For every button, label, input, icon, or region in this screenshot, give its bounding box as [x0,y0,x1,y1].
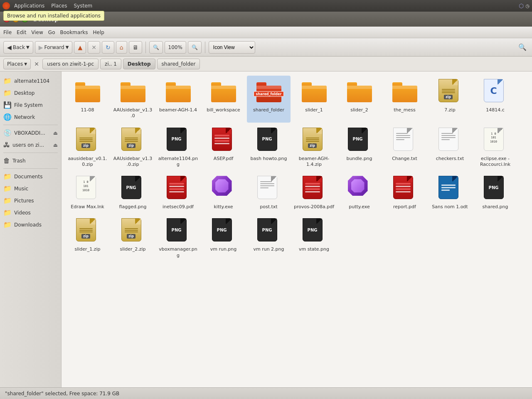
sidebar-item-network[interactable]: 🌐 Network [0,111,61,123]
reload-button[interactable]: ↻ [102,41,114,54]
sidebar-item-desktop[interactable]: 📁 Desktop [0,87,61,99]
file-item-beamer[interactable]: beamer-AGH-1.4 [156,76,200,123]
file-item-edrawlnk[interactable]: 1 01011010 Edraw Max.lnk [66,172,109,213]
sidebar-item-documents[interactable]: 📁 Documents [0,170,61,182]
view-select[interactable]: Icon View List View Compact View [209,41,255,54]
sidebar-item-videos[interactable]: 📁 Videos [0,207,61,219]
sidebar-item-alternate1104[interactable]: 📁 alternate1104 [0,75,61,87]
search-button[interactable]: 🔍 [516,41,529,54]
file-item-vboxmanagerpng[interactable]: PNG vboxmanager.png [156,215,200,262]
sidebar-item-vboxaddi[interactable]: 💿 VBOXADDI... ⏏ [0,127,61,139]
stop-button[interactable]: ✕ [88,41,100,54]
file-item-slider1[interactable]: slider_1 [292,76,336,123]
up-arrow-icon: ▲ [78,44,82,51]
forward-label: Forward [44,44,64,50]
file-item-aausidebar-zip[interactable]: zip aausidebar_v0.1.0.zip [66,124,109,171]
usb-icon: 💿 [3,129,12,137]
eject-button[interactable]: ⏏ [53,130,58,136]
file-item-eclipseldk[interactable]: 1 01011010 eclipse.exe - Raccourci.lnk [473,124,517,171]
sidebar-item-filesystem[interactable]: 💾 File System [0,99,61,111]
zoom-out-button[interactable]: 🔍 [149,41,163,54]
menu-view[interactable]: View [31,30,43,35]
file-item-sharedpng[interactable]: PNG shared.png [473,172,517,213]
zip-icon-beamer: zip [301,128,328,154]
menu-file[interactable]: File [3,30,12,35]
network-drive-icon: 🖧 [3,141,10,149]
menu-bookmarks[interactable]: Bookmarks [60,30,88,35]
menu-help[interactable]: Help [93,30,104,35]
file-item-puttyexe[interactable]: putty.exe [337,172,381,213]
png-icon-flagged: PNG [120,176,146,202]
file-item-reportpdf[interactable]: report.pdf [383,172,426,213]
home-button[interactable]: ⌂ [116,41,127,54]
file-item-aausidebar130-zip[interactable]: zip AAUsidebar_v1.3.0.zip [111,124,155,171]
file-item-bill[interactable]: bill_workspace [202,76,245,123]
applications-menu[interactable]: Applications [12,2,47,10]
breadcrumb-desktop[interactable]: Desktop [123,59,155,69]
file-item-inetsecpdf[interactable]: inetsec09.pdf [156,172,200,213]
file-item-slider1zip[interactable]: zip slider_1.zip [66,215,109,262]
sidebar-separator2 [3,153,58,153]
pdf-icon-provos [301,176,328,202]
file-item-bashhowto[interactable]: PNG bash howto.png [247,124,291,171]
breadcrumb-users[interactable]: users on ziwit-1-pc [42,59,99,69]
folder-icon-shared: shared_folder [256,79,282,106]
file-item-11-08[interactable]: 11-08 [66,76,109,123]
file-item-checkerstxt[interactable]: checkers.txt [428,124,472,171]
lnk-icon-eclipse: 1 01011010 [482,128,509,154]
sidebar-item-trash[interactable]: 🗑 Trash [0,155,61,167]
file-item-vmstatepng[interactable]: PNG vm state.png [292,215,336,262]
location-close[interactable]: ✕ [32,60,41,68]
forward-button[interactable]: ▶ Forward ▼ [35,41,73,54]
file-item-flaggedpng[interactable]: PNG flagged.png [111,172,155,213]
folder-icon-slider2 [346,79,373,106]
file-item-shared-folder[interactable]: shared_folder shared_folder [247,76,291,123]
file-item-the-mess[interactable]: the_mess [383,76,426,123]
system-menu[interactable]: System [71,2,95,10]
places-chevron: ▼ [24,62,27,66]
sidebar-item-pictures[interactable]: 📁 Pictures [0,195,61,207]
forward-dropdown-icon[interactable]: ▼ [66,45,69,49]
sidebar-item-users-zi[interactable]: 🖧 users on zi... ⏏ [0,139,61,151]
breadcrumb-sharedfolder[interactable]: shared_folder [157,59,200,69]
file-item-posttxt[interactable]: post.txt [247,172,291,213]
file-item-provospdf[interactable]: provos-2008a.pdf [292,172,336,213]
folder-icon-beamer [165,79,192,106]
file-item-beamerzip[interactable]: zip beamer-AGH-1.4.zip [292,124,336,171]
file-item-14814c[interactable]: C 14814.c [473,76,517,123]
file-item-aseppdf[interactable]: ASEP.pdf [202,124,245,171]
computer-button[interactable]: 🖥 [129,41,142,54]
sidebar-item-downloads[interactable]: 📁 Downloads [0,219,61,231]
zoom-in-button[interactable]: 🔍 [188,41,202,54]
back-button[interactable]: ◀ Back ▼ [3,41,33,54]
file-item-slider2[interactable]: slider_2 [337,76,381,123]
zip-icon-slider2: zip [120,218,146,245]
eject-button2[interactable]: ⏏ [53,142,58,148]
file-item-slider2zip[interactable]: zip slider_2.zip [111,215,155,262]
file-item-7zip[interactable]: zip 7.zip [428,76,472,123]
file-item-vmrun2png[interactable]: PNG vm run 2.png [247,215,291,262]
file-area: 11-08 AAUsidebar_v1.3.0 beamer-AGH-1.4 b… [62,71,532,387]
places-menu[interactable]: Places [49,2,69,10]
menu-edit[interactable]: Edit [17,30,26,35]
menu-go[interactable]: Go [48,30,55,35]
file-item-vmrunpng[interactable]: PNG vm run.png [202,215,245,262]
sidebar-item-music[interactable]: 📁 Music [0,182,61,195]
txt-icon-post [256,176,282,202]
up-button[interactable]: ▲ [74,41,86,54]
zoom-out-icon: 🔍 [153,44,159,50]
file-item-bundlepng[interactable]: PNG bundle.png [337,124,381,171]
trash-icon: 🗑 [3,157,10,165]
back-dropdown-icon[interactable]: ▼ [26,45,30,49]
lnk-icon-edraw: 1 01011010 [74,176,101,202]
documents-icon: 📁 [3,172,12,180]
file-item-alternate1104png[interactable]: PNG alternate1104.png [156,124,200,171]
txt-icon-change [392,128,418,154]
file-item-kittyexe[interactable]: kitty.exe [202,172,245,213]
places-dropdown[interactable]: Places ▼ [3,59,31,69]
breadcrumb-zi[interactable]: zi.. 1 [100,59,121,69]
file-item-aausidebar[interactable]: AAUsidebar_v1.3.0 [111,76,155,123]
file-item-odt[interactable]: Sans nom 1.odt [428,172,472,213]
file-item-changetxt[interactable]: Change.txt [383,124,426,171]
png-icon-bundle: PNG [346,128,373,154]
